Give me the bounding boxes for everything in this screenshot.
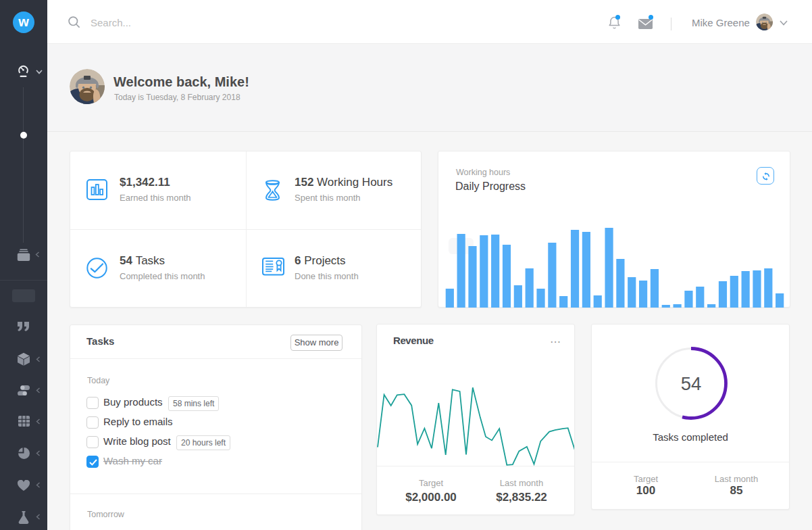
svg-text:54: 54 [681, 373, 702, 394]
